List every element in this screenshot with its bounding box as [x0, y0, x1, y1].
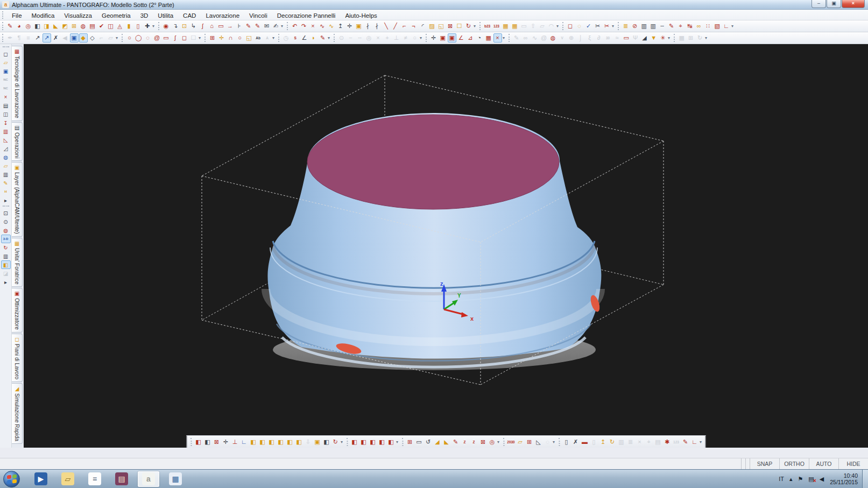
star-tool-icon[interactable]: ✳: [659, 33, 667, 43]
cube-frame-icon[interactable]: ⊞: [405, 437, 414, 447]
edit-red-icon[interactable]: ✎: [681, 437, 690, 447]
red-frame-icon[interactable]: ▭: [622, 33, 631, 43]
toolbar-overflow-button[interactable]: ▾: [474, 24, 476, 29]
planar-surface-icon[interactable]: ◧: [33, 22, 42, 31]
measure-angle-icon[interactable]: ∠: [457, 33, 465, 43]
menu-geometria[interactable]: Geometria: [97, 11, 136, 20]
duplicate-doc-icon[interactable]: ▥: [1, 170, 11, 179]
toolbar-overflow-button[interactable]: ▾: [731, 24, 733, 29]
edit-doc-icon[interactable]: ✎: [244, 22, 253, 31]
toolbar-overflow-button[interactable]: ▾: [199, 36, 201, 40]
rect-handles-icon[interactable]: ◱: [245, 33, 253, 43]
transform-icon[interactable]: ◺: [1, 136, 11, 144]
mill-hatch-icon[interactable]: ✎: [451, 437, 460, 447]
extrude-surface-icon[interactable]: ✎: [6, 22, 15, 31]
nc-program-2-icon[interactable]: NC: [1, 84, 11, 93]
break-line-icon[interactable]: ∤: [364, 22, 372, 31]
language-indicator[interactable]: IT: [779, 476, 784, 482]
delete-item-icon[interactable]: ×: [1, 93, 11, 101]
sidebar-tab-piani-di-lavoro[interactable]: ◻Piani di Lavoro: [12, 334, 23, 382]
trim-line-icon[interactable]: ╲: [382, 22, 391, 31]
blend-arc-icon[interactable]: ◜: [419, 22, 427, 31]
toolbar-overflow-button[interactable]: ▾: [420, 36, 422, 40]
toolbar-overflow-button[interactable]: ▾: [152, 24, 154, 29]
taskbar-app-calculator[interactable]: ▦: [165, 471, 186, 487]
trim-line-2-icon[interactable]: ╱: [391, 22, 400, 31]
wedge-color-icon[interactable]: ◣: [442, 437, 450, 447]
grid-points-icon[interactable]: ∷: [704, 22, 712, 31]
menu-aiuto-helps[interactable]: Aiuto-Helps: [340, 11, 382, 20]
wedge-white-icon[interactable]: ◺: [534, 437, 543, 447]
simulate-z2-icon[interactable]: Z: [469, 437, 478, 447]
solid-h-icon[interactable]: H: [1, 187, 11, 196]
view-axes-icon[interactable]: ◧: [203, 437, 211, 447]
solid-transparent-icon[interactable]: ◧: [386, 437, 395, 447]
spiral-tool-icon[interactable]: @: [153, 33, 161, 43]
toolbar-overflow-button[interactable]: ▾: [503, 36, 505, 40]
timer-tool-icon[interactable]: ◔: [475, 33, 484, 43]
delete-special-icon[interactable]: ×: [493, 33, 502, 43]
minimize-button[interactable]: –: [811, 0, 826, 8]
sidebar-tab-ottimizzatore[interactable]: ▣Ottimizzatore: [12, 288, 23, 333]
hatch-edit-icon[interactable]: ✎: [319, 33, 327, 43]
wedge-yellow-icon[interactable]: ◢: [433, 437, 441, 447]
shaded-view-icon[interactable]: ▣: [70, 33, 79, 43]
new-drawing-icon[interactable]: ◻: [1, 49, 11, 58]
ruler-dim-icon[interactable]: ≣: [622, 22, 630, 31]
rect-draw-icon[interactable]: ⊞: [208, 33, 217, 43]
view-top-icon[interactable]: ◧: [249, 437, 257, 447]
status-toggle-hide[interactable]: HIDE: [838, 458, 868, 469]
box-white-icon[interactable]: ▯: [562, 437, 571, 447]
shade-rect-icon[interactable]: ▨: [428, 22, 436, 31]
trace-ball-icon[interactable]: ◍: [1, 153, 11, 161]
move-node-icon[interactable]: ↥: [336, 22, 345, 31]
zoom-window-icon[interactable]: ⊡: [1, 209, 11, 217]
start-button[interactable]: [3, 471, 20, 487]
window-select-icon[interactable]: ◻: [566, 22, 575, 31]
taskbar-app-winrar[interactable]: ▤: [111, 471, 132, 487]
frame-box-icon[interactable]: ▭: [217, 22, 225, 31]
chain-link-icon[interactable]: ∞: [695, 22, 703, 31]
view-right-icon[interactable]: ◧: [294, 437, 303, 447]
check-surface-icon[interactable]: ✔: [97, 22, 106, 31]
move-plus-icon[interactable]: ✛: [217, 33, 226, 43]
view-side-icon[interactable]: ◧: [267, 437, 276, 447]
menu-modifica[interactable]: Modifica: [27, 11, 60, 20]
wedge-cut-icon[interactable]: ◢: [640, 33, 649, 43]
toolbar-overflow-button[interactable]: ▾: [497, 440, 499, 444]
select-arrow-icon[interactable]: ↗: [33, 33, 42, 43]
arrow-doc-icon[interactable]: →: [226, 22, 235, 31]
corner-l-red-icon[interactable]: ∟: [690, 437, 699, 447]
toolbar-overflow-button[interactable]: ▾: [328, 36, 330, 40]
taskbar-app-text-document[interactable]: ≡: [84, 471, 105, 487]
nc-program-icon[interactable]: NC: [1, 75, 11, 84]
iso-view-icon[interactable]: ◧: [194, 437, 202, 447]
toolbar-overflow-button[interactable]: ▾: [553, 440, 555, 444]
drill-unit-icon[interactable]: ▼: [650, 33, 658, 43]
select-arrow-active-icon[interactable]: ↗: [43, 33, 51, 43]
drive-surface-icon[interactable]: ◣: [52, 22, 60, 31]
insert-node-2-icon[interactable]: ∿: [327, 22, 336, 31]
expand-tools-icon[interactable]: ▸: [1, 196, 11, 204]
turn-view-icon[interactable]: ↺: [424, 437, 432, 447]
panel-red-icon[interactable]: ▬: [581, 437, 589, 447]
polygon-tool-icon[interactable]: ○: [125, 33, 134, 43]
swept-surface-icon[interactable]: ◩: [61, 22, 69, 31]
select-rect-icon[interactable]: ◱: [437, 22, 446, 31]
sidebar-tab-unita-foratrice[interactable]: ▦Unita' Foratrice: [12, 238, 23, 287]
work-plane-icon[interactable]: ⊿: [466, 33, 475, 43]
plane-view-icon[interactable]: ▣: [313, 437, 321, 447]
edit-pencil-icon[interactable]: ✎: [1, 179, 11, 187]
hatch-section-icon[interactable]: ⊘: [631, 22, 639, 31]
copy-object-icon[interactable]: ▧: [713, 22, 722, 31]
menu-decorazione-pannelli[interactable]: Decorazione Pannelli: [272, 11, 341, 20]
dim-b23-icon[interactable]: b23: [483, 22, 492, 31]
solid-edges-icon[interactable]: ◧: [368, 437, 377, 447]
spiral-pocket-2-icon[interactable]: ▣: [448, 33, 456, 43]
rotate-copy-icon[interactable]: ↻: [464, 22, 473, 31]
taskbar-app-media-player[interactable]: ▶: [30, 471, 52, 487]
target-surface-icon[interactable]: ◎: [24, 22, 33, 31]
menu-visualizza[interactable]: Visualizza: [59, 11, 97, 20]
toolbar-overflow-button[interactable]: ▾: [272, 36, 274, 40]
open-drawing-icon[interactable]: ◉: [162, 22, 171, 31]
